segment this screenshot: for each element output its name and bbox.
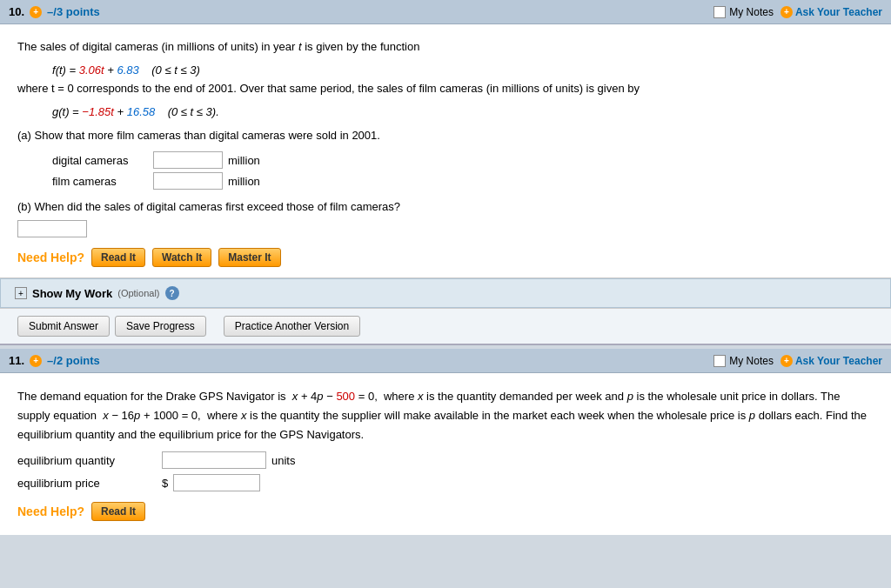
q10-number: 10. <box>9 5 24 18</box>
q11-my-notes[interactable]: My Notes <box>713 355 774 367</box>
q10-part-b: (b) When did the sales of digital camera… <box>17 200 400 213</box>
q10-formula1: f(t) = 3.06t + 6.83 (0 ≤ t ≤ 3) <box>52 63 874 77</box>
q10-digital-label: digital cameras <box>52 154 148 167</box>
q10-where: where t = 0 corresponds to the end of 20… <box>17 82 640 95</box>
q11-equil-price-label: equilibrium price <box>17 477 157 490</box>
notes-label: My Notes <box>729 6 774 18</box>
q10-formula2: g(t) = −1.85t + 16.58 (0 ≤ t ≤ 3). <box>52 105 874 118</box>
q11-equil-price-row: equilibrium price $ <box>17 474 874 491</box>
save-progress-btn[interactable]: Save Progress <box>115 316 206 337</box>
q10-t-var: t <box>298 40 302 53</box>
question-11-section: 11. + –/2 points My Notes + Ask Your Tea… <box>0 349 891 535</box>
q11-header-left: 11. + –/2 points <box>9 354 100 367</box>
q10-action-bar: Submit Answer Save Progress Practice Ano… <box>0 308 891 345</box>
q11-notes-label: My Notes <box>729 355 774 367</box>
submit-answer-btn[interactable]: Submit Answer <box>17 316 110 337</box>
q10-f2-plus: + <box>114 105 127 118</box>
q10-f1-blue: 6.83 <box>117 63 138 77</box>
q11-top-bar: 11. + –/2 points My Notes + Ask Your Tea… <box>0 349 891 373</box>
q10-need-help-section: Need Help? Read It Watch It Master It <box>17 248 874 267</box>
ask-teacher-label: Ask Your Teacher <box>795 6 882 18</box>
q11-points: –/2 points <box>47 354 100 367</box>
q11-plus-icon: + <box>30 355 42 367</box>
q10-film-label: film cameras <box>52 175 148 188</box>
q11-dollar-sign: $ <box>162 477 168 490</box>
q10-points: –/3 points <box>47 5 100 18</box>
q10-watch-it-btn[interactable]: Watch It <box>152 248 211 267</box>
q11-equil-qty-label: equilibrium quantity <box>17 454 157 467</box>
show-my-work-label: Show My Work <box>32 287 112 300</box>
q10-top-bar: 10. + –/3 points My Notes + Ask Your Tea… <box>0 0 891 24</box>
q10-film-unit: million <box>228 175 260 188</box>
q10-where-text: where t = 0 corresponds to the end of 20… <box>17 80 874 98</box>
q10-body: The sales of digital cameras (in million… <box>0 24 891 278</box>
q10-f1-red: 3.06 <box>79 63 101 77</box>
q11-ask-teacher-plus-icon: + <box>780 355 793 367</box>
q10-part-a: (a) Show that more film cameras than dig… <box>17 129 380 142</box>
q10-part-b-input[interactable] <box>17 220 87 237</box>
q11-body: The demand equation for the Drake GPS Na… <box>0 373 891 535</box>
q11-equil-price-input[interactable] <box>173 474 260 491</box>
q10-header-right: My Notes + Ask Your Teacher <box>713 6 882 18</box>
q10-f2-blue: 16.58 <box>127 105 156 118</box>
q11-ask-teacher[interactable]: + Ask Your Teacher <box>780 355 882 367</box>
ask-teacher-plus-icon: + <box>780 6 793 18</box>
q11-need-help-label: Need Help? <box>17 504 84 518</box>
info-icon[interactable]: ? <box>165 286 179 300</box>
expand-icon[interactable]: + <box>15 287 27 299</box>
q10-my-notes[interactable]: My Notes <box>713 6 774 18</box>
q10-f2-domain: (0 ≤ t ≤ 3). <box>155 105 219 118</box>
notes-checkbox[interactable] <box>713 6 726 18</box>
q11-equil-qty-row: equilibrium quantity units <box>17 451 874 469</box>
q11-notes-checkbox[interactable] <box>713 355 726 367</box>
q10-g-paren: (t) = <box>58 105 82 118</box>
q10-film-input[interactable] <box>153 172 223 190</box>
q11-header-right: My Notes + Ask Your Teacher <box>713 355 882 367</box>
q10-digital-input[interactable] <box>153 151 223 169</box>
q11-ask-teacher-label: Ask Your Teacher <box>795 355 882 367</box>
q10-ask-teacher[interactable]: + Ask Your Teacher <box>780 6 882 18</box>
q11-intro-text: The demand equation for the Drake GPS Na… <box>17 387 874 444</box>
q10-intro-text: The sales of digital cameras (in million… <box>17 38 874 57</box>
q10-part-b-text: (b) When did the sales of digital camera… <box>17 198 874 237</box>
q11-number: 11. <box>9 354 24 367</box>
q10-master-it-btn[interactable]: Master It <box>218 248 280 267</box>
q11-need-help-section: Need Help? Read It <box>17 502 874 521</box>
q11-units-label: units <box>271 454 295 467</box>
q10-f1-domain: (0 ≤ t ≤ 3) <box>139 63 200 77</box>
q10-f1-plus: + <box>104 63 117 77</box>
q10-header-left: 10. + –/3 points <box>9 5 100 18</box>
q10-show-my-work[interactable]: + Show My Work (Optional) ? <box>0 278 891 308</box>
question-10-section: 10. + –/3 points My Notes + Ask Your Tea… <box>0 0 891 345</box>
q10-f2-red: −1.85 <box>82 105 111 118</box>
q10-f1-paren: (t) = <box>56 63 79 77</box>
q11-equil-qty-input[interactable] <box>162 451 266 469</box>
q10-read-it-btn[interactable]: Read It <box>91 248 145 267</box>
q10-need-help-label: Need Help? <box>17 251 84 264</box>
q10-part-a-text: (a) Show that more film cameras than dig… <box>17 127 874 145</box>
optional-label: (Optional) <box>117 288 159 298</box>
q10-film-row: film cameras million <box>52 172 874 190</box>
q10-intro: The sales of digital cameras (in million… <box>17 40 298 53</box>
practice-another-btn[interactable]: Practice Another Version <box>224 316 360 337</box>
q10-intro2: is given by the function <box>305 40 419 53</box>
q11-read-it-btn[interactable]: Read It <box>91 502 145 521</box>
q10-digital-unit: million <box>228 154 260 167</box>
q10-digital-row: digital cameras million <box>52 151 874 169</box>
q10-plus-icon: + <box>30 6 42 18</box>
